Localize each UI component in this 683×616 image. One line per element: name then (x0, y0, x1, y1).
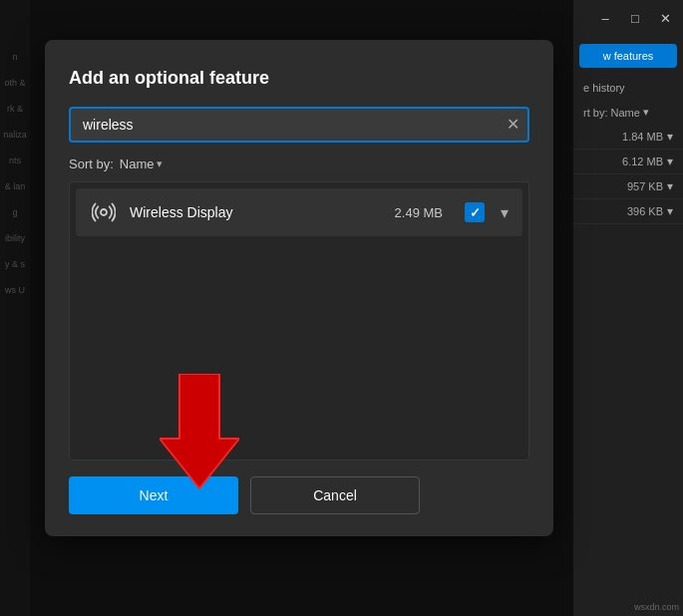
cancel-button[interactable]: Cancel (250, 476, 420, 514)
maximize-button[interactable]: □ (621, 4, 649, 32)
sort-dropdown[interactable]: Name ▾ (120, 156, 164, 171)
feature-icon (90, 198, 118, 226)
sort-value: Name (120, 156, 155, 171)
bg-list-item: 1.84 MB ▾ (573, 125, 683, 150)
sort-label: Sort by: (69, 156, 114, 171)
add-optional-feature-dialog: Add an optional feature ✕ Sort by: Name … (45, 40, 553, 536)
titlebar: – □ ✕ (573, 0, 683, 36)
svg-point-0 (101, 209, 107, 215)
dialog-title: Add an optional feature (69, 68, 529, 89)
next-button[interactable]: Next (69, 476, 238, 514)
feature-size: 2.49 MB (395, 205, 443, 220)
bg-add-features-button[interactable]: w features (579, 44, 677, 68)
expand-icon[interactable]: ▾ (501, 203, 509, 222)
checkmark-icon: ✓ (470, 205, 481, 220)
background-panel: – □ ✕ w features e history rt by: Name ▾… (573, 0, 683, 616)
close-button[interactable]: ✕ (651, 4, 679, 32)
results-list: Wireless Display 2.49 MB ✓ ▾ (69, 181, 529, 461)
feature-checkbox[interactable]: ✓ (465, 202, 485, 222)
search-box-container: ✕ (69, 107, 529, 143)
search-input[interactable] (69, 107, 529, 143)
bg-view-history-link: e history (573, 76, 635, 100)
feature-name: Wireless Display (130, 204, 383, 220)
minimize-button[interactable]: – (591, 4, 619, 32)
bg-sort-row: rt by: Name ▾ (573, 100, 659, 125)
watermark: wsxdn.com (634, 602, 679, 612)
bg-list-item: 957 KB ▾ (573, 174, 683, 199)
chevron-down-icon: ▾ (157, 157, 163, 170)
list-item[interactable]: Wireless Display 2.49 MB ✓ ▾ (76, 188, 522, 236)
search-clear-button[interactable]: ✕ (507, 117, 519, 133)
bg-list-item: 396 KB ▾ (573, 199, 683, 224)
sort-row: Sort by: Name ▾ (69, 156, 529, 171)
bg-list-item: 6.12 MB ▾ (573, 150, 683, 174)
dialog-buttons: Next Cancel (69, 476, 529, 514)
